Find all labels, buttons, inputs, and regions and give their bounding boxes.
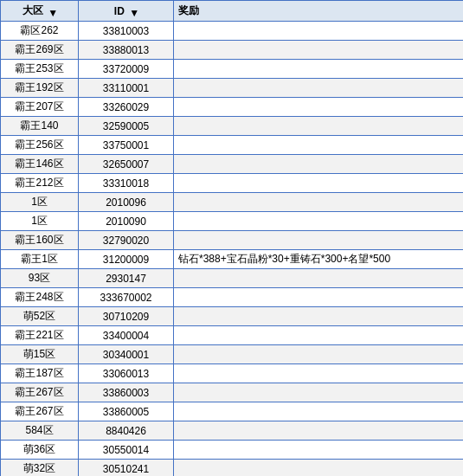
cell-dq: 霸王248区 (1, 288, 79, 307)
cell-dq: 霸王146区 (1, 155, 79, 174)
cell-jl (174, 288, 464, 307)
cell-dq: 霸王187区 (1, 364, 79, 383)
header-dq-label: 大区 (23, 4, 43, 16)
cell-dq: 霸王140 (1, 117, 79, 136)
cell-jl (174, 193, 464, 212)
table-row: 霸王146区32650007 (1, 155, 464, 174)
main-table: 大区 ▼ ID ▼ 奖励 霸区26233810003霸王269区33880013… (0, 0, 463, 476)
cell-dq: 霸王256区 (1, 136, 79, 155)
cell-dq: 萌52区 (1, 307, 79, 326)
cell-jl (174, 41, 464, 60)
cell-jl (174, 364, 464, 383)
cell-jl (174, 460, 464, 477)
cell-id: 33860005 (79, 402, 174, 421)
cell-dq: 霸王1区 (1, 250, 79, 269)
table-row: 霸王192区33110001 (1, 79, 464, 98)
cell-jl (174, 22, 464, 41)
cell-id: 32790020 (79, 231, 174, 250)
cell-dq: 1区 (1, 193, 79, 212)
cell-jl (174, 174, 464, 193)
cell-id: 30550014 (79, 441, 174, 460)
cell-id: 33400004 (79, 326, 174, 345)
table-row: 1区2010096 (1, 193, 464, 212)
cell-dq: 霸王212区 (1, 174, 79, 193)
table-row: 霸王212区33310018 (1, 174, 464, 193)
cell-id: 33880013 (79, 41, 174, 60)
header-id[interactable]: ID ▼ (79, 1, 174, 22)
table-row: 萌32区30510241 (1, 460, 464, 477)
cell-id: 33110001 (79, 79, 174, 98)
cell-jl (174, 383, 464, 402)
cell-jl (174, 155, 464, 174)
table-row: 霸区26233810003 (1, 22, 464, 41)
table-container: 大区 ▼ ID ▼ 奖励 霸区26233810003霸王269区33880013… (0, 0, 463, 476)
cell-id: 2930147 (79, 269, 174, 288)
cell-id: 33750001 (79, 136, 174, 155)
header-dq[interactable]: 大区 ▼ (1, 1, 79, 22)
table-row: 霸王187区33060013 (1, 364, 464, 383)
table-row: 霸王267区33860003 (1, 383, 464, 402)
table-row: 93区2930147 (1, 269, 464, 288)
cell-id: 8840426 (79, 421, 174, 441)
cell-dq: 萌32区 (1, 460, 79, 477)
header-row: 大区 ▼ ID ▼ 奖励 (1, 1, 464, 22)
table-row: 霸王160区32790020 (1, 231, 464, 250)
cell-jl (174, 307, 464, 326)
cell-dq: 萌36区 (1, 441, 79, 460)
cell-jl (174, 402, 464, 421)
table-row: 霸王221区33400004 (1, 326, 464, 345)
cell-dq: 霸王207区 (1, 98, 79, 117)
cell-jl (174, 326, 464, 345)
cell-dq: 霸王253区 (1, 60, 79, 79)
cell-dq: 霸王160区 (1, 231, 79, 250)
cell-jl: 钻石*388+宝石晶粉*30+重铸石*300+名望*500 (174, 250, 464, 269)
cell-id: 2010090 (79, 212, 174, 231)
table-row: 584区8840426 (1, 421, 464, 441)
table-row: 霸王14032590005 (1, 117, 464, 136)
cell-jl (174, 231, 464, 250)
table-row: 霸王248区333670002 (1, 288, 464, 307)
cell-dq: 霸王269区 (1, 41, 79, 60)
cell-jl (174, 98, 464, 117)
cell-id: 33720009 (79, 60, 174, 79)
table-row: 霸王267区33860005 (1, 402, 464, 421)
cell-jl (174, 136, 464, 155)
cell-id: 30510241 (79, 460, 174, 477)
cell-id: 33810003 (79, 22, 174, 41)
table-row: 萌15区30340001 (1, 345, 464, 364)
cell-jl (174, 212, 464, 231)
sort-icon-dq[interactable]: ▼ (48, 7, 56, 16)
cell-id: 31200009 (79, 250, 174, 269)
cell-dq: 霸王192区 (1, 79, 79, 98)
header-jl-label: 奖励 (178, 4, 199, 16)
table-row: 霸王207区33260029 (1, 98, 464, 117)
table-row: 霸王253区33720009 (1, 60, 464, 79)
cell-id: 333670002 (79, 288, 174, 307)
table-row: 霸王1区31200009钻石*388+宝石晶粉*30+重铸石*300+名望*50… (1, 250, 464, 269)
cell-jl (174, 441, 464, 460)
cell-id: 33860003 (79, 383, 174, 402)
table-row: 萌36区30550014 (1, 441, 464, 460)
table-row: 1区2010090 (1, 212, 464, 231)
cell-dq: 霸王221区 (1, 326, 79, 345)
cell-dq: 霸王267区 (1, 402, 79, 421)
cell-id: 33260029 (79, 98, 174, 117)
sort-icon-id[interactable]: ▼ (129, 7, 138, 16)
cell-dq: 93区 (1, 269, 79, 288)
cell-dq: 霸区262 (1, 22, 79, 41)
cell-id: 32650007 (79, 155, 174, 174)
cell-id: 33310018 (79, 174, 174, 193)
cell-jl (174, 60, 464, 79)
cell-jl (174, 269, 464, 288)
header-jl: 奖励 (174, 1, 464, 22)
table-row: 霸王256区33750001 (1, 136, 464, 155)
cell-dq: 1区 (1, 212, 79, 231)
cell-jl (174, 79, 464, 98)
cell-jl (174, 117, 464, 136)
cell-dq: 584区 (1, 421, 79, 441)
table-row: 萌52区30710209 (1, 307, 464, 326)
cell-dq: 萌15区 (1, 345, 79, 364)
cell-id: 32590005 (79, 117, 174, 136)
cell-id: 33060013 (79, 364, 174, 383)
table-row: 霸王269区33880013 (1, 41, 464, 60)
